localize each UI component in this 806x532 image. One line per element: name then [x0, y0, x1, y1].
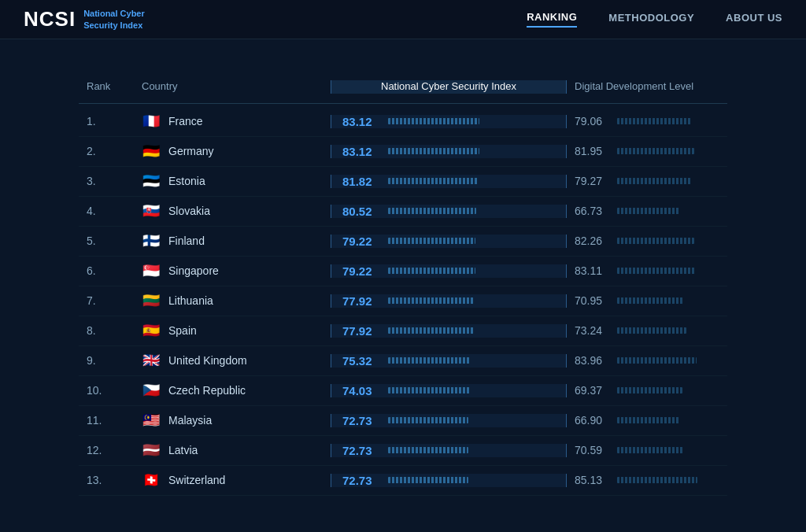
table-row[interactable]: 12. 🇱🇻 Latvia 72.73 70.59 2.14	[79, 436, 727, 466]
country-cell: 🇩🇪 Germany	[142, 145, 331, 157]
table-row[interactable]: 10. 🇨🇿 Czech Republic 74.03 69.37 4.66	[79, 376, 727, 406]
country-cell: 🇱🇻 Latvia	[142, 444, 331, 456]
ncsi-cell: 79.22	[331, 264, 567, 278]
rank-cell: 12.	[79, 444, 142, 456]
nav-about[interactable]: ABOUT US	[726, 12, 782, 27]
ncsi-bar-container	[388, 445, 555, 455]
country-flag: 🇪🇪	[142, 175, 161, 187]
country-flag: 🇩🇪	[142, 145, 161, 157]
ddl-bar-container	[617, 326, 771, 335]
ncsi-cell: 72.73	[331, 414, 567, 427]
ddl-bar-container	[617, 266, 771, 275]
ddl-bar	[617, 178, 692, 184]
country-name: Estonia	[168, 175, 205, 187]
rank-cell: 4.	[79, 205, 142, 217]
ncsi-cell: 80.52	[331, 205, 567, 218]
main-nav: RANKING METHODOLOGY ABOUT US	[527, 11, 782, 28]
diff-cell: 2.14	[771, 444, 806, 456]
ddl-value: 82.26	[575, 235, 609, 247]
ddl-bar-container	[617, 356, 771, 365]
ddl-value: 83.96	[575, 354, 609, 367]
ncsi-cell: 81.82	[331, 175, 567, 188]
table-row[interactable]: 5. 🇫🇮 Finland 79.22 82.26 -3.04	[79, 227, 727, 257]
nav-ranking[interactable]: RANKING	[527, 11, 577, 28]
table-row[interactable]: 11. 🇲🇾 Malaysia 72.73 66.90 5.83	[79, 406, 727, 436]
ddl-value: 79.06	[575, 115, 609, 127]
ddl-bar-container	[617, 386, 771, 395]
rank-cell: 8.	[79, 324, 142, 337]
ncsi-bar-container	[388, 206, 555, 216]
table-row[interactable]: 9. 🇬🇧 United Kingdom 75.32 83.96 -8.64	[79, 346, 727, 376]
ddl-bar-container	[617, 445, 771, 455]
country-name: Malaysia	[168, 414, 212, 427]
table-row[interactable]: 1. 🇫🇷 France 83.12 79.06 4.06	[79, 107, 727, 137]
country-name: Latvia	[168, 444, 198, 456]
ncsi-bar	[388, 118, 479, 124]
ddl-value: 66.90	[575, 414, 609, 427]
col-diff: Difference	[771, 80, 806, 94]
ddl-cell: 66.73	[567, 205, 771, 217]
diff-cell: 2.55	[771, 175, 806, 187]
ddl-bar	[617, 268, 696, 274]
ncsi-value: 72.73	[342, 444, 380, 457]
ddl-bar	[617, 327, 686, 334]
ncsi-bar	[388, 178, 479, 184]
ncsi-cell: 72.73	[331, 444, 567, 457]
table-row[interactable]: 8. 🇪🇸 Spain 77.92 73.24 4.68	[79, 316, 727, 346]
col-country: Country	[142, 80, 331, 94]
ddl-bar-container	[617, 116, 771, 126]
ddl-cell: 83.96	[567, 354, 771, 367]
table-row[interactable]: 4. 🇸🇰 Slovakia 80.52 66.73 13.79	[79, 197, 727, 227]
ncsi-value: 75.32	[342, 354, 380, 368]
ddl-cell: 69.37	[567, 384, 771, 397]
ncsi-bar	[388, 477, 468, 483]
rank-cell: 13.	[79, 474, 142, 486]
ddl-bar	[617, 387, 682, 393]
country-name: Finland	[168, 235, 205, 247]
country-name: Singapore	[168, 264, 219, 277]
table-row[interactable]: 13. 🇨🇭 Switzerland 72.73 85.13 -12.40	[79, 466, 727, 496]
table-row[interactable]: 3. 🇪🇪 Estonia 81.82 79.27 2.55	[79, 167, 727, 197]
ddl-value: 73.24	[575, 324, 609, 337]
ddl-cell: 83.11	[567, 264, 771, 277]
nav-methodology[interactable]: METHODOLOGY	[608, 12, 694, 27]
diff-cell: -3.04	[771, 235, 806, 247]
diff-cell: 4.06	[771, 115, 806, 127]
ncsi-bar-container	[388, 475, 555, 485]
country-name: Germany	[168, 145, 214, 157]
country-name: France	[168, 115, 203, 127]
col-rank: Rank	[79, 80, 142, 94]
ddl-cell: 79.27	[567, 175, 771, 187]
rank-cell: 3.	[79, 175, 142, 187]
country-cell: 🇪🇪 Estonia	[142, 175, 331, 187]
ddl-bar-container	[617, 236, 771, 246]
ncsi-bar	[388, 357, 471, 364]
ncsi-bar	[388, 208, 476, 214]
ncsi-bar-container	[388, 296, 555, 305]
rankings-table: Rank Country National Cyber Security Ind…	[79, 71, 727, 496]
country-cell: 🇪🇸 Spain	[142, 324, 331, 337]
logo-area: NCSI National Cyber Security Index	[24, 7, 145, 31]
diff-cell: -8.64	[771, 354, 806, 367]
country-flag: 🇸🇰	[142, 205, 161, 217]
country-cell: 🇫🇮 Finland	[142, 235, 331, 247]
country-cell: 🇱🇹 Lithuania	[142, 294, 331, 307]
ddl-value: 79.27	[575, 175, 609, 187]
ddl-bar-container	[617, 176, 771, 186]
ncsi-cell: 72.73	[331, 474, 567, 487]
rank-cell: 7.	[79, 294, 142, 307]
diff-cell: -3.89	[771, 264, 806, 277]
ncsi-cell: 77.92	[331, 294, 567, 308]
ncsi-bar	[388, 327, 474, 334]
col-ncsi: National Cyber Security Index	[331, 80, 567, 94]
ncsi-cell: 75.32	[331, 354, 567, 368]
table-row[interactable]: 6. 🇸🇬 Singapore 79.22 83.11 -3.89	[79, 257, 727, 286]
ncsi-bar-container	[388, 146, 555, 156]
country-name: Lithuania	[168, 294, 213, 307]
ddl-cell: 73.24	[567, 324, 771, 337]
country-flag: 🇸🇬	[142, 264, 161, 277]
table-row[interactable]: 7. 🇱🇹 Lithuania 77.92 70.95 6.97	[79, 286, 727, 316]
diff-cell: 13.79	[771, 205, 806, 217]
table-row[interactable]: 2. 🇩🇪 Germany 83.12 81.95 1.17	[79, 137, 727, 167]
ncsi-bar-container	[388, 416, 555, 425]
